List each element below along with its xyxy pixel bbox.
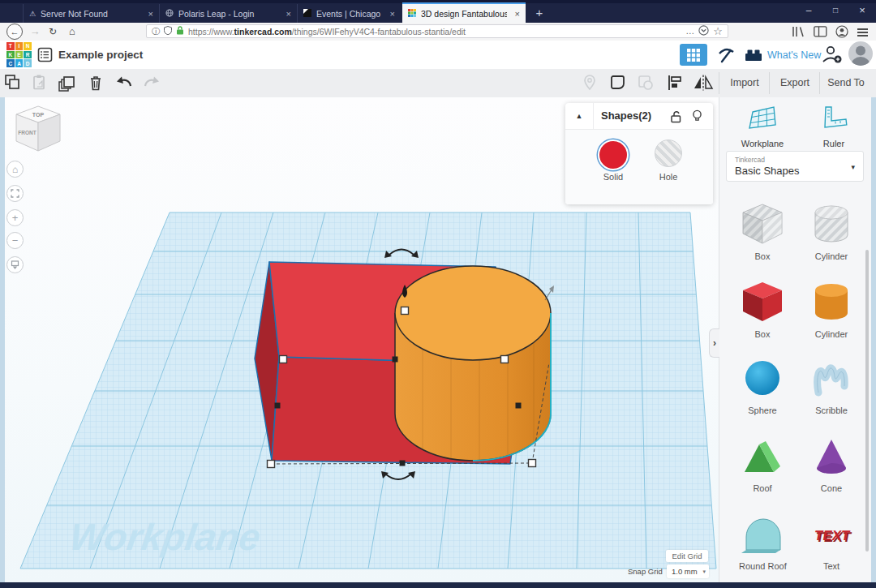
delete-button[interactable] — [86, 73, 107, 92]
globe-icon — [165, 9, 174, 19]
page-title: Example project — [58, 49, 143, 61]
shape-roof[interactable]: Roof — [739, 435, 786, 493]
window-border-bottom — [0, 582, 876, 588]
hole-option[interactable] — [655, 139, 682, 167]
account-icon[interactable] — [835, 25, 848, 41]
shape-scribble[interactable]: Scribble — [808, 357, 855, 415]
window-border-left — [0, 97, 5, 582]
page-actions-icon[interactable]: … — [685, 25, 694, 37]
back-button[interactable]: ← — [6, 24, 23, 40]
close-icon[interactable]: × — [390, 9, 395, 19]
ruler-icon — [818, 104, 849, 133]
helper-ruler[interactable]: Ruler — [804, 104, 864, 148]
shape-box-solid[interactable]: Box — [739, 279, 786, 339]
window-close-button[interactable]: × — [849, 0, 875, 21]
orange-cylinder-shape[interactable] — [395, 266, 551, 461]
shape-text[interactable]: TEXTTEXT Text — [808, 513, 855, 571]
home-view-button[interactable]: ⌂ — [6, 161, 24, 178]
fit-view-button[interactable] — [6, 185, 24, 202]
shape-round-roof[interactable]: Round Roof — [739, 513, 786, 571]
edit-grid-button[interactable]: Edit Grid — [666, 550, 708, 562]
ungroup-button[interactable] — [636, 73, 657, 92]
logo-tile: N — [24, 42, 32, 50]
align-button[interactable] — [665, 73, 686, 92]
helper-workplane-label: Workplane — [732, 139, 792, 148]
shape-cylinder-hole[interactable]: Cylinder — [808, 201, 855, 261]
add-person-icon[interactable] — [821, 44, 844, 68]
dropdown-brand: Tinkercad — [735, 156, 765, 164]
dashboard-grid-button[interactable] — [680, 44, 707, 66]
collapse-panel-button[interactable]: ▲ — [565, 103, 594, 129]
lock-icon[interactable] — [176, 26, 184, 36]
undo-button[interactable] — [114, 73, 135, 92]
view-cube-top-label[interactable]: TOP — [32, 112, 45, 118]
tab-chicago-library[interactable]: Events | Chicago Public Library × — [297, 4, 401, 23]
export-button[interactable]: Export — [771, 69, 819, 97]
bookmark-star-icon[interactable]: ☆ — [713, 25, 723, 37]
perspective-toggle-button[interactable] — [6, 256, 24, 273]
redo-button[interactable] — [141, 73, 162, 92]
group-button[interactable] — [608, 73, 629, 92]
shape-box-hole[interactable]: Box — [739, 201, 786, 261]
view-cube-front-label[interactable]: FRONT — [18, 130, 36, 135]
url-field[interactable]: ⓘ https://www.tinkercad.com/things/6WIFe… — [146, 24, 728, 38]
shapes-panel-header: ▲ Shapes(2) — [565, 103, 713, 130]
show-all-icon[interactable] — [581, 73, 602, 92]
avatar[interactable] — [848, 41, 873, 66]
close-icon[interactable]: × — [286, 9, 291, 19]
close-icon[interactable]: × — [515, 9, 520, 19]
new-tab-button[interactable]: + — [530, 4, 548, 22]
window-maximize-button[interactable]: □ — [822, 0, 848, 21]
home-button[interactable]: ⌂ — [65, 23, 79, 41]
view-cube[interactable]: TOP FRONT — [13, 104, 65, 167]
shape-cylinder-solid[interactable]: Cylinder — [808, 279, 855, 339]
close-icon[interactable]: × — [148, 9, 153, 19]
duplicate-button[interactable] — [57, 73, 78, 92]
send-to-button[interactable]: Send To — [821, 69, 871, 97]
solid-option[interactable] — [598, 139, 629, 170]
copy-button[interactable] — [3, 73, 24, 92]
unlock-icon[interactable] — [669, 109, 683, 127]
paste-button[interactable] — [29, 73, 50, 92]
shape-category-dropdown[interactable]: Tinkercad Basic Shapes ▾ — [726, 151, 864, 182]
lightbulb-icon[interactable] — [690, 109, 704, 127]
import-button[interactable]: Import — [720, 69, 769, 97]
whats-new-link[interactable]: What's New — [767, 49, 821, 61]
tab-server-not-found[interactable]: ⚠ Server Not Found × — [23, 4, 159, 23]
library-icon[interactable] — [791, 26, 805, 41]
collapse-sidebar-chevron[interactable]: › — [709, 328, 719, 358]
tracking-shield-icon[interactable] — [164, 26, 172, 36]
workplane-icon — [747, 104, 778, 133]
tab-tinkercad-active[interactable]: 3D design Fantabulous Stantia × — [402, 2, 526, 23]
sidebar-toggle-icon[interactable] — [814, 26, 827, 41]
browser-window: ⚠ Server Not Found × Polaris Leap - Logi… — [0, 0, 876, 588]
shape-sphere[interactable]: Sphere — [739, 357, 786, 415]
grid-icon — [687, 49, 700, 62]
shape-cone[interactable]: Cone — [808, 435, 855, 493]
url-text: https://www.tinkercad.com/things/6WIFehy… — [188, 27, 466, 36]
sidebar-scrollbar[interactable] — [865, 250, 869, 552]
zoom-in-button[interactable]: + — [6, 209, 24, 226]
logo-tile: C — [6, 59, 15, 67]
helper-ruler-label: Ruler — [804, 139, 864, 148]
minecraft-pickaxe-icon[interactable] — [715, 45, 736, 69]
project-properties-icon[interactable] — [37, 47, 53, 66]
tinkercad-favicon — [408, 9, 416, 19]
helper-workplane[interactable]: Workplane — [732, 104, 792, 148]
page-info-icon[interactable]: ⓘ — [152, 25, 160, 37]
snap-grid-label: Snap Grid — [628, 567, 663, 576]
snap-grid-select[interactable]: ▾1.0 mm — [667, 564, 709, 578]
logo-tile: I — [15, 42, 24, 50]
brick-icon[interactable] — [743, 45, 764, 68]
window-minimize-button[interactable]: – — [796, 0, 822, 21]
menu-icon[interactable] — [857, 27, 868, 38]
tab-polaris-leap[interactable]: Polaris Leap - Login × — [159, 4, 297, 23]
reload-button[interactable]: ↻ — [45, 23, 60, 41]
zoom-out-button[interactable]: − — [6, 232, 24, 249]
mirror-button[interactable] — [693, 73, 714, 92]
pocket-icon[interactable] — [698, 25, 709, 37]
tinkercad-logo[interactable]: T I N K E R C A D — [6, 42, 32, 67]
forward-button[interactable]: → — [28, 23, 42, 41]
hole-label: Hole — [644, 172, 693, 182]
tab-title: Polaris Leap - Login — [178, 9, 278, 19]
